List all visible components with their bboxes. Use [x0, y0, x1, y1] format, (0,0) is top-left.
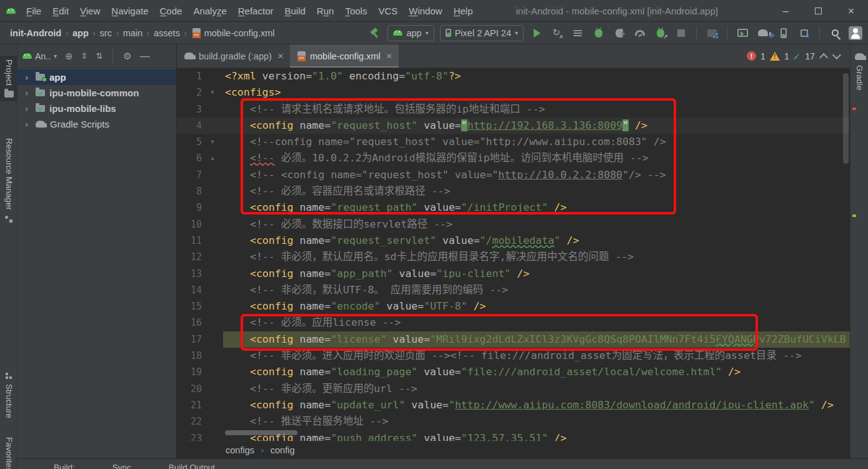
gradle-sync-button[interactable]: [756, 26, 771, 41]
code-line-2[interactable]: 2▾<configs>: [177, 84, 850, 101]
code-line-10[interactable]: 10<!-- 必须。数据接口的servlet路径 -->: [177, 216, 850, 233]
run-button[interactable]: [529, 26, 544, 41]
expand-chevron-icon[interactable]: ›: [25, 73, 31, 83]
nav-crumb-app[interactable]: app: [71, 28, 90, 38]
device-select[interactable]: Pixel 2 API 24 ▾: [440, 25, 524, 41]
avd-manager-button[interactable]: [735, 26, 750, 41]
attach-debugger-to-process-button[interactable]: [653, 26, 668, 41]
close-tab-icon[interactable]: ✕: [276, 52, 284, 61]
previous-problem-button[interactable]: [819, 53, 828, 62]
build-output-tab-label[interactable]: Build Output: [169, 463, 215, 469]
device-manager-button[interactable]: [776, 26, 791, 41]
fold-down-icon[interactable]: ▾: [202, 84, 223, 101]
build-label[interactable]: Build:: [54, 463, 75, 469]
code-line-17[interactable]: 17<config name="license" value="MRil9ixg…: [177, 331, 850, 348]
inspections-widget[interactable]: ! 1 1 ✓ 17: [747, 44, 850, 68]
menu-run[interactable]: Run: [311, 3, 340, 19]
apply-changes-button[interactable]: [550, 26, 565, 41]
vertical-scrollbar[interactable]: [843, 73, 849, 164]
warning-stripe-mark[interactable]: [852, 214, 856, 217]
code-editor[interactable]: 1<?xml version="1.0" encoding="utf-8"?>2…: [177, 68, 850, 441]
nav-crumb-file[interactable]: mobile-config.xml: [203, 28, 276, 38]
profile-button[interactable]: [632, 26, 647, 41]
menu-help[interactable]: Help: [448, 3, 479, 19]
apply-code-changes-button[interactable]: [571, 26, 586, 41]
menu-build[interactable]: Build: [279, 3, 311, 19]
collapse-all-button[interactable]: ⇅: [96, 51, 102, 61]
tool-tab-resource-manager[interactable]: Resource Manager: [0, 138, 17, 223]
nav-crumb-project[interactable]: init-Android: [9, 28, 62, 38]
sdk-manager-button[interactable]: [797, 26, 812, 41]
breadcrumb-configs[interactable]: configs: [226, 445, 254, 455]
tree-item-ipu-mobile-libs[interactable]: › ipu-mobile-libs: [17, 101, 176, 116]
horizontal-scrollbar[interactable]: [225, 430, 297, 435]
breadcrumb-config[interactable]: config: [271, 445, 295, 455]
tree-item-ipu-mobile-common[interactable]: › ipu-mobile-common: [17, 85, 176, 101]
tree-item-app[interactable]: › app: [17, 69, 176, 85]
locate-file-button[interactable]: ⊕: [65, 51, 73, 62]
code-line-18[interactable]: 18<!-- 非必须。进入应用时的欢迎页面 --><!-- file:///an…: [177, 348, 850, 364]
fold-down-icon[interactable]: ▾: [202, 134, 223, 150]
minimize-button[interactable]: –: [783, 6, 789, 16]
menu-window[interactable]: Window: [403, 3, 447, 19]
search-everywhere-button[interactable]: [827, 26, 842, 41]
menu-code[interactable]: Code: [154, 3, 188, 19]
profile-avatar-button[interactable]: [848, 26, 863, 41]
code-line-13[interactable]: 13<config name="app_path" value="ipu-cli…: [177, 266, 850, 282]
run-configuration-select[interactable]: app ▾: [387, 25, 434, 41]
close-button[interactable]: ×: [848, 6, 854, 16]
expand-chevron-icon[interactable]: ›: [25, 119, 31, 129]
menu-navigate[interactable]: Navigate: [106, 3, 154, 19]
expand-chevron-icon[interactable]: ›: [25, 104, 31, 114]
menu-vcs[interactable]: VCS: [372, 3, 403, 19]
tool-tab-project[interactable]: Project: [0, 56, 17, 101]
stop-button[interactable]: [674, 26, 689, 41]
project-view-selector[interactable]: An.. ▾: [22, 51, 57, 61]
nav-crumb-src[interactable]: src: [99, 28, 113, 38]
menu-analyze[interactable]: Analyze: [187, 3, 232, 19]
code-line-20[interactable]: 20<!-- 非必须。更新应用的url -->: [177, 381, 850, 397]
code-line-16[interactable]: 16<!-- 必须。应用license -->: [177, 315, 850, 331]
fold-up-icon[interactable]: ▴: [202, 150, 223, 166]
code-line-5[interactable]: 5▾<!--config name="request_host" value="…: [177, 134, 850, 150]
code-line-3[interactable]: 3<!-- 请求主机名或请求地址。包括服务器的ip地址和端口 -->: [177, 101, 850, 118]
code-line-7[interactable]: 7<!-- <config name="request_host" value=…: [177, 167, 850, 183]
code-line-14[interactable]: 14<!-- 非必须，默认UTF-8。 应用需要用到的编码 -->: [177, 282, 850, 298]
next-problem-button[interactable]: [832, 50, 841, 59]
tool-tab-structure[interactable]: Structure: [0, 373, 17, 418]
nav-crumb-main[interactable]: main: [122, 28, 144, 38]
sync-tab-label[interactable]: Sync: [112, 463, 131, 469]
gear-icon[interactable]: ⚙: [123, 51, 131, 62]
code-line-1[interactable]: 1<?xml version="1.0" encoding="utf-8"?>: [177, 68, 850, 84]
code-line-8[interactable]: 8<!-- 必须。容器应用名或请求根路径 -->: [177, 183, 850, 199]
device-file-explorer-button[interactable]: [704, 26, 719, 41]
code-line-19[interactable]: 19<config name="loading_page" value="fil…: [177, 364, 850, 380]
maximize-button[interactable]: [815, 6, 822, 16]
menu-edit[interactable]: Edit: [47, 3, 74, 19]
menu-refactor[interactable]: Refactor: [232, 3, 279, 19]
debug-button[interactable]: [591, 26, 606, 41]
code-line-15[interactable]: 15<config name="encode" value="UTF-8" />: [177, 298, 850, 315]
code-line-11[interactable]: 11<config name="request_servlet" value="…: [177, 233, 850, 249]
code-line-4[interactable]: 4<config name="request_host" value="http…: [177, 118, 850, 134]
error-stripe-mark[interactable]: [852, 108, 856, 110]
menu-file[interactable]: File: [21, 3, 47, 19]
tab-build-gradle[interactable]: build.gradle (:app) ✕: [177, 44, 290, 68]
expand-all-button[interactable]: ⇕: [81, 51, 88, 61]
code-line-6[interactable]: 6▴<!-- 必须。10.0.2.2为Android模拟器的保留ip地址。访问到…: [177, 150, 850, 166]
make-project-button[interactable]: [367, 26, 382, 41]
code-line-12[interactable]: 12<!-- 非必须，默认应用名。sd卡上的应用根目录名字,解决应用中文名的问题…: [177, 249, 850, 265]
tool-tab-gradle[interactable]: Gradle: [851, 53, 868, 91]
attach-debugger-button[interactable]: [612, 26, 627, 41]
code-line-21[interactable]: 21<config name="update_url" value="http:…: [177, 397, 850, 413]
close-tab-icon[interactable]: ✕: [385, 52, 392, 61]
menu-view[interactable]: View: [74, 3, 106, 19]
nav-crumb-assets[interactable]: assets: [152, 28, 181, 38]
tool-tab-favorites[interactable]: Favorites: [0, 437, 17, 469]
code-line-9[interactable]: 9<config name="request_path" value="/ini…: [177, 199, 850, 216]
hide-panel-button[interactable]: —: [140, 51, 150, 62]
tree-item-gradle-scripts[interactable]: › Gradle Scripts: [17, 116, 176, 132]
code-line-22[interactable]: 22<!-- 推送平台服务地址 -->: [177, 413, 850, 430]
tab-mobile-config[interactable]: mobile-config.xml ✕: [290, 44, 399, 68]
expand-chevron-icon[interactable]: ›: [25, 88, 31, 98]
